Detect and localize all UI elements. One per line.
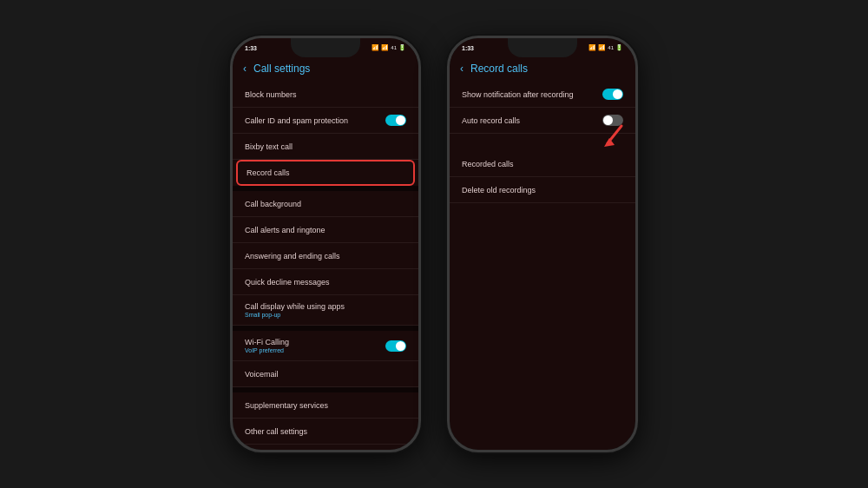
status-time-2: 1:33 [462,45,474,51]
list-item[interactable]: Call background [233,191,418,217]
page-header-2: ‹ Record calls [450,57,635,82]
list-item[interactable]: Wi-Fi CallingVoIP preferred [233,331,418,361]
back-arrow-2[interactable]: ‹ [460,63,464,75]
page-title-1: Call settings [253,63,310,75]
status-time-1: 1:33 [245,45,257,51]
list-item[interactable]: Show notification after recording [450,82,635,108]
record-calls-item[interactable]: Record calls [236,160,415,186]
list-item[interactable]: Caller ID and spam protection [233,108,418,134]
list-item[interactable]: Other call settings [233,419,418,445]
list-item[interactable]: Block numbers [233,82,418,108]
list-item[interactable]: Call alerts and ringtone [233,217,418,243]
list-item[interactable]: Call display while using appsSmall pop-u… [233,295,418,326]
list-item[interactable]: Answering and ending calls [233,243,418,269]
list-item[interactable]: Delete old recordings [450,177,635,203]
phone-screen-1: 1:33 📶 📶 41 🔋 ‹ Call settings Block numb… [233,38,418,450]
list-item[interactable]: Bixby text call [233,134,418,160]
phone-screen-2: 1:33 📶 📶 41 🔋 ‹ Record calls Show notifi… [450,38,635,450]
status-icons-1: 📶 📶 41 🔋 [372,44,406,51]
wifi-calling-toggle[interactable] [385,340,406,352]
list-item[interactable]: Supplementary services [233,392,418,419]
page-title-2: Record calls [470,63,528,75]
phone-notch-1 [291,38,360,57]
list-item[interactable]: Privacy [233,445,418,450]
list-item[interactable]: Voicemail [233,361,418,387]
phone-2: 1:33 📶 📶 41 🔋 ‹ Record calls Show notifi… [447,36,638,452]
caller-id-toggle[interactable] [385,115,406,126]
show-notification-toggle[interactable] [602,89,623,100]
settings-list-1: Block numbers Caller ID and spam protect… [233,82,418,450]
status-icons-2: 📶 📶 41 🔋 [589,44,623,51]
list-item[interactable]: Auto record calls [450,108,635,134]
phone-notch-2 [508,38,577,57]
phone-1: 1:33 📶 📶 41 🔋 ‹ Call settings Block numb… [230,36,421,452]
back-arrow-1[interactable]: ‹ [243,63,247,75]
settings-list-2: Show notification after recording Auto r… [450,82,635,450]
svg-marker-1 [604,138,615,147]
arrow-annotation [597,121,628,155]
page-header-1: ‹ Call settings [233,57,418,82]
list-item[interactable]: Quick decline messages [233,269,418,295]
